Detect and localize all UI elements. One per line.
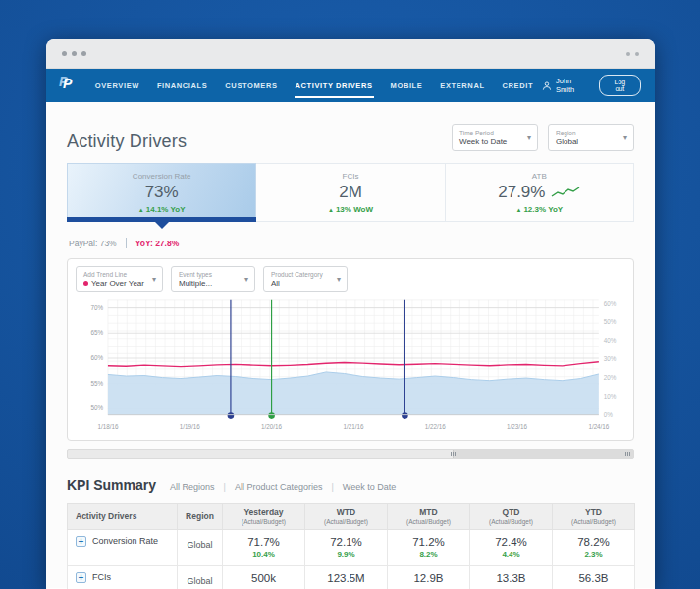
cell-actual-value: 78.2%: [555, 536, 632, 548]
nav-item-credit[interactable]: CREDIT: [494, 69, 543, 102]
svg-text:1/22/16: 1/22/16: [425, 423, 446, 430]
cell-actual-value: 123.5M: [307, 572, 385, 584]
window-controls[interactable]: [62, 51, 86, 56]
svg-text:50%: 50%: [91, 404, 104, 411]
value-cell: 71.7%10.4%: [223, 530, 305, 566]
svg-text:1/20/16: 1/20/16: [261, 423, 282, 430]
logout-button[interactable]: Log out: [599, 75, 641, 96]
window-dot-icon[interactable]: [72, 51, 77, 56]
kpi-summary-header: KPI Summary All Regions|All Product Cate…: [67, 477, 634, 493]
product-catergory-dropdown[interactable]: Product CatergoryAll▾: [263, 266, 348, 292]
event-types-dropdown[interactable]: Event typesMultiple...▾: [171, 266, 255, 292]
scrollbar-left-handle[interactable]: [448, 450, 459, 458]
svg-text:30%: 30%: [604, 355, 617, 362]
trend-chart[interactable]: 70%65%60%55%50%60%50%40%30%20%10%0%1/18/…: [76, 294, 625, 438]
kpi-card-fcis[interactable]: FCIs2M▲13% WoW: [256, 163, 445, 222]
column-label: Yesterday: [225, 508, 302, 517]
driver-name: FCIs: [92, 572, 111, 582]
scrollbar-right-handle[interactable]: [621, 450, 633, 458]
column-sublabel: (Actual/Budget): [555, 518, 632, 525]
nav-item-financials[interactable]: FINANCIALS: [148, 69, 216, 102]
selected-metric-value: PayPal: 73%: [69, 239, 117, 248]
add-trend-line-value: Year Over Year: [83, 279, 144, 288]
svg-text:1/18/16: 1/18/16: [97, 423, 118, 430]
kpi-card-atb[interactable]: ATB27.9%▲12.3% YoY: [446, 163, 634, 222]
kpi-value-text: 27.9%: [498, 183, 545, 202]
region-dropdown[interactable]: RegionGlobal▾: [548, 124, 634, 151]
kpi-card-value: 27.9%: [446, 183, 633, 202]
window-dot-icon[interactable]: [62, 51, 67, 56]
summary-filter-week-to-date: Week to Date: [343, 482, 396, 492]
nav-item-customers[interactable]: CUSTOMERS: [216, 69, 286, 102]
yoy-value: YoY: 27.8%: [135, 239, 180, 248]
value-cell: 500k: [223, 566, 305, 589]
kpi-card-delta: ▲14.1% YoY: [68, 205, 255, 214]
svg-text:60%: 60%: [604, 300, 617, 307]
product-catergory-value: All: [271, 279, 329, 288]
nav-items: OVERVIEWFINANCIALSCUSTOMERSACTIVITY DRIV…: [86, 69, 542, 102]
svg-text:20%: 20%: [604, 374, 617, 381]
chevron-down-icon: ▾: [527, 134, 531, 142]
window-titlebar: [46, 39, 655, 69]
cell-actual-value: 13.3B: [472, 572, 550, 584]
driver-cell-fcis: +FCIs: [68, 566, 178, 589]
chevron-down-icon: ▾: [244, 275, 248, 284]
column-header-yesterday: Yesterday(Actual/Budget): [223, 504, 305, 530]
chevron-down-icon: ▾: [152, 275, 156, 284]
titlebar-menu[interactable]: [626, 52, 639, 56]
separator: |: [331, 482, 333, 492]
svg-text:1/24/16: 1/24/16: [588, 423, 609, 430]
atb-sparkline-icon: [551, 186, 580, 199]
menu-dot-icon: [626, 52, 630, 56]
svg-text:70%: 70%: [91, 303, 104, 310]
cell-actual-value: 71.2%: [390, 536, 467, 548]
main-content: Activity Drivers Time PeriodWeek to Date…: [46, 102, 655, 588]
paypal-logo-icon[interactable]: PP: [58, 69, 75, 102]
page-title: Activity Drivers: [67, 132, 187, 152]
window-dot-icon[interactable]: [81, 51, 86, 56]
nav-item-mobile[interactable]: MOBILE: [382, 69, 432, 102]
event-types-selected: Multiple...: [179, 279, 212, 288]
kpi-summary-title: KPI Summary: [67, 477, 156, 493]
cell-actual-value: 72.4%: [472, 536, 550, 548]
kpi-card-conversion-rate[interactable]: Conversion Rate73%▲14.1% YoY: [67, 163, 256, 222]
divider: [126, 238, 127, 248]
column-header-activity-drivers: Activity Drivers: [68, 504, 178, 530]
scrollbar-range[interactable]: [453, 450, 633, 458]
chevron-down-icon: ▾: [337, 275, 341, 284]
region-cell: Global: [178, 530, 223, 566]
nav-item-external[interactable]: EXTERNAL: [431, 69, 493, 102]
region-selected: Global: [556, 137, 578, 146]
value-cell: 13.3B: [470, 566, 553, 589]
arrow-up-icon: ▲: [138, 207, 144, 213]
column-sublabel: (Actual/Budget): [225, 518, 302, 525]
column-sublabel: (Actual/Budget): [307, 518, 385, 525]
nav-item-activity-drivers[interactable]: ACTIVITY DRIVERS: [287, 69, 382, 102]
driver-cell-conversion-rate: +Conversion Rate: [68, 530, 178, 566]
cell-budget-value: 4.4%: [472, 550, 550, 559]
expand-row-icon[interactable]: +: [76, 572, 86, 583]
chart-controls: Add Trend LineYear Over Year▾Event types…: [76, 266, 625, 292]
kpi-card-delta: ▲13% WoW: [256, 205, 444, 214]
expand-row-icon[interactable]: +: [76, 536, 86, 547]
column-label: MTD: [390, 508, 467, 517]
time-period-value: Week to Date: [459, 137, 519, 146]
arrow-up-icon: ▲: [515, 207, 521, 213]
user-menu[interactable]: John Smith: [542, 77, 589, 94]
kpi-value-text: 2M: [339, 183, 362, 202]
svg-text:60%: 60%: [91, 354, 104, 361]
time-period-dropdown[interactable]: Time PeriodWeek to Date▾: [452, 124, 538, 151]
value-cell: 12.9B: [388, 566, 470, 589]
column-header-wtd: WTD(Actual/Budget): [305, 504, 388, 530]
selection-summary: PayPal: 73% YoY: 27.8%: [67, 238, 634, 248]
add-trend-line-dropdown[interactable]: Add Trend LineYear Over Year▾: [76, 266, 163, 292]
product-catergory-selected: All: [271, 279, 280, 288]
cell-budget-value: 9.9%: [307, 550, 385, 559]
separator: |: [224, 482, 226, 492]
svg-text:50%: 50%: [604, 318, 617, 325]
nav-item-overview[interactable]: OVERVIEW: [86, 69, 148, 102]
svg-text:55%: 55%: [91, 380, 104, 387]
time-range-scrollbar[interactable]: [67, 449, 634, 459]
kpi-delta-text: 14.1% YoY: [146, 205, 186, 214]
cell-budget-value: 10.4%: [225, 550, 302, 559]
